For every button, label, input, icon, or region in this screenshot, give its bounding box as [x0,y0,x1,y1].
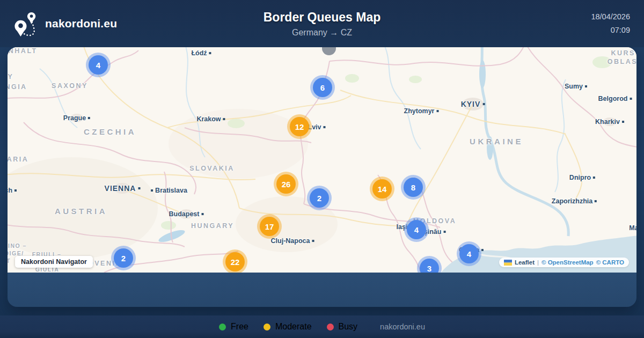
city-name: Kharkiv [595,118,620,126]
cluster-marker[interactable]: 2 [114,248,133,268]
region-label: ANHALT [8,47,38,55]
cluster-marker[interactable]: 4 [89,55,108,75]
city-name: VIENNA [105,184,136,193]
region-label: T [8,258,11,264]
city-dot [481,249,484,251]
region-label: SLOVAKIA [189,165,235,172]
city-label: Prague [63,114,90,122]
datetime: 18/04/2026 07:09 [591,10,630,38]
region-label: VARIA [8,156,28,163]
page-title: Border Queues Map [264,10,381,25]
city-label: Belgorod [598,95,632,102]
city-dot [585,85,587,87]
city-dot [443,231,445,233]
city-name: Zaporizhzhia [552,197,592,205]
city-dot [151,189,153,192]
city-name: Cluj-Napoca [271,237,310,245]
marker-count: 22 [231,258,240,267]
header: nakordoni.eu Border Queues Map Germany →… [0,0,644,47]
city-name: Dnipro [569,174,591,181]
city-label: Zhytomyr [404,107,439,115]
marker-count: 3 [427,264,431,273]
marker-count: 14 [378,185,387,194]
city-dot [630,98,632,100]
city-dot [209,52,211,54]
region-label: SAXONY [52,82,88,90]
city-label: Budapest [169,210,204,218]
legend-dot [327,324,334,330]
carto-link[interactable]: © CARTO [596,259,624,266]
logo-text: nakordoni.eu [45,17,117,30]
city-label: Cluj-Napoca [271,237,314,245]
region-label: AUSTRIA [55,207,107,216]
city-name: Prague [63,114,86,122]
city-dot [88,117,90,119]
city-label: Kharkiv [595,118,624,126]
city-name: Ma [629,224,636,232]
marker-count: 12 [295,122,304,131]
city-dot [593,177,595,179]
marker-count: 4 [414,225,419,234]
cluster-marker[interactable]: 17 [260,217,279,236]
city-label: KYIV [461,100,485,108]
city-label: Sumy [565,83,587,90]
city-name: Belgorod [598,95,628,102]
cluster-marker[interactable]: 22 [225,252,245,271]
city-name: Iaşi [397,223,408,231]
openstreetmap-link[interactable]: © OpenStreetMap [541,259,594,266]
attribution-separator: | [537,259,539,266]
region-label: UKRAINE [470,137,523,146]
legend-item: Busy [327,322,358,332]
region-label: CZECHIA [84,127,136,136]
city-dot [14,189,17,192]
date-label: 18/04/2026 [591,10,630,24]
legend-dot [219,324,226,330]
cluster-marker[interactable]: 14 [372,179,392,199]
legend-label: Free [231,322,248,332]
cluster-marker[interactable]: 12 [290,117,309,136]
region-label: OBLAST [608,58,636,65]
city-label: ich [8,187,17,194]
city-label: Dnipro [569,174,595,181]
logo: nakordoni.eu [14,11,117,36]
route-subtitle: Germany → CZ [292,28,352,38]
legend-dot [264,324,270,330]
legend-label: Moderate [275,322,312,332]
city-name: ich [8,187,12,194]
cluster-marker[interactable]: 26 [276,174,296,194]
city-dot [312,240,314,242]
city-dot [622,121,624,123]
cluster-marker[interactable]: 4 [407,220,426,239]
logo-pins-icon [14,11,39,36]
ukraine-flag-icon [504,260,512,266]
map-card: ANHALTYNGIASAXONYCZECHIASLOVAKIAAUSTRIAH… [8,47,636,307]
city-label: Zaporizhzhia [552,197,597,205]
city-name: KYIV [461,100,481,108]
marker-count: 6 [320,83,325,92]
city-label: Łódź [191,49,211,57]
city-label: Lviv [308,123,325,131]
leaflet-link[interactable]: Leaflet [515,259,535,266]
legend-label: Busy [339,322,358,332]
map-viewport[interactable]: ANHALTYNGIASAXONYCZECHIASLOVAKIAAUSTRIAH… [8,47,636,273]
footer: FreeModerateBusy nakordoni.eu [0,315,644,338]
cluster-marker[interactable]: 2 [310,188,329,208]
time-label: 07:09 [591,24,630,37]
cluster-marker[interactable]: 6 [313,78,332,97]
city-dot [138,187,140,189]
cluster-marker[interactable]: 4 [459,244,479,263]
marker-count: 2 [317,194,321,203]
city-name: Zhytomyr [404,107,435,115]
city-label: Ma [629,224,636,232]
legend-item: Moderate [264,322,312,332]
legend: FreeModerateBusy [219,322,357,332]
city-name: Krakow [196,115,221,123]
footer-site-label: nakordoni.eu [380,322,425,331]
city-name: Łódź [191,49,207,57]
marker-count: 8 [411,183,415,192]
city-label: Bratislava [151,187,187,194]
cluster-marker[interactable]: 8 [404,178,423,197]
map-underpanel [8,273,636,307]
city-label: VIENNA [105,184,141,193]
city-dot [201,213,203,215]
